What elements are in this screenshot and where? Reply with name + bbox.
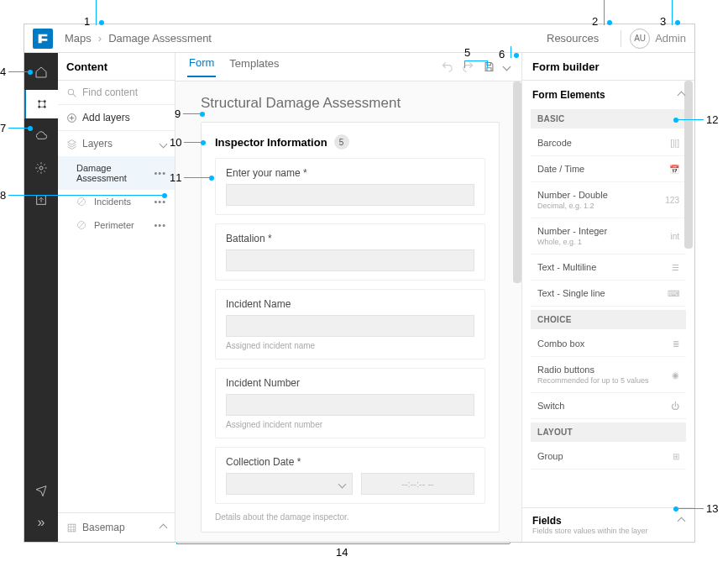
text-input[interactable] (226, 394, 474, 416)
chevron-up-icon (678, 517, 686, 526)
callout-14: 14 (336, 546, 348, 559)
nav-home[interactable] (24, 58, 58, 87)
svg-rect-13 (68, 524, 76, 532)
element-radio[interactable]: Radio buttonsRecommended for up to 5 val… (531, 357, 686, 393)
time-input[interactable]: --:--:-- -- (361, 473, 474, 495)
layer-more-button[interactable]: ••• (154, 220, 166, 230)
basemap-row[interactable]: Basemap (58, 512, 175, 542)
element-switch[interactable]: Switch⏻ (531, 393, 686, 419)
field-hint: Assigned incident name (226, 341, 474, 350)
scrollbar-thumb[interactable] (684, 81, 693, 249)
element-barcode[interactable]: Barcode[||] (531, 130, 686, 156)
number-icon: 123 (665, 196, 679, 205)
switch-icon: ⏻ (671, 401, 679, 411)
callout-8: 8 (0, 189, 6, 202)
disabled-icon (76, 197, 86, 207)
nav-content[interactable] (24, 90, 58, 118)
count-badge: 5 (334, 134, 349, 150)
nav-collapse[interactable]: » (24, 508, 58, 537)
layer-more-button[interactable]: ••• (154, 197, 166, 207)
layer-item-incidents[interactable]: Incidents ••• (58, 190, 175, 213)
layer-more-button[interactable]: ••• (154, 168, 166, 178)
search-placeholder: Find content (82, 87, 138, 98)
text-input[interactable] (226, 249, 474, 271)
form-group-inspector[interactable]: Inspector Information 5 Enter your name … (201, 122, 500, 533)
layers-header[interactable]: Layers (58, 131, 175, 156)
field-hint: Assigned incident number (226, 420, 474, 429)
save-dropdown-icon[interactable] (503, 63, 511, 71)
redo-icon[interactable] (462, 60, 474, 73)
disabled-icon (76, 220, 86, 230)
barcode-icon: [||] (670, 139, 679, 148)
chevron-up-icon (160, 523, 168, 532)
nav-share[interactable] (24, 186, 58, 214)
field-label: Collection Date * (226, 456, 474, 468)
form-field-collection-date[interactable]: Collection Date * --:--:-- -- (215, 447, 485, 504)
element-group[interactable]: Group⊞ (531, 443, 686, 470)
nav-offline[interactable] (24, 122, 58, 150)
callout-13: 13 (706, 502, 718, 515)
form-field-battalion[interactable]: Battalion * (215, 223, 485, 281)
calendar-icon: 📅 (669, 165, 679, 174)
app-logo[interactable] (33, 29, 53, 49)
resources-link[interactable]: Resources (547, 32, 599, 45)
search-row[interactable]: Find content (58, 81, 175, 105)
group-hint: Details about the damage inspector. (215, 512, 485, 522)
chevron-right-icon: › (98, 32, 102, 45)
form-scroll-area[interactable]: Structural Damage Assessment Inspector I… (175, 81, 521, 542)
form-builder-panel: Form builder Form Elements BASIC Barcode… (522, 53, 694, 542)
element-text-singleline[interactable]: Text - Single line⌨ (531, 281, 686, 307)
field-label: Incident Name (226, 298, 474, 310)
layer-name: Perimeter (94, 220, 134, 230)
multiline-icon: ☰ (672, 263, 679, 272)
form-field-name[interactable]: Enter your name * (215, 158, 485, 215)
form-field-incident-name[interactable]: Incident Name Assigned incident name (215, 289, 485, 359)
fields-section[interactable]: Fields Fields store values within the la… (522, 507, 694, 542)
text-input[interactable] (226, 184, 474, 206)
field-label: Incident Number (226, 377, 474, 389)
chevron-down-icon (338, 480, 347, 488)
fields-desc: Fields store values within the layer (532, 527, 648, 535)
basemap-icon (66, 522, 77, 533)
search-icon (66, 87, 77, 98)
svg-line-10 (79, 199, 84, 204)
element-number-double[interactable]: Number - DoubleDecimal, e.g. 1.2123 (531, 182, 686, 218)
topbar: Maps › Damage Assessment Resources AU Ad… (24, 24, 694, 53)
nav-rail: » (24, 53, 58, 542)
layer-name: Incidents (94, 197, 131, 207)
scrollbar-thumb[interactable] (513, 81, 521, 283)
add-layers-button[interactable]: Add layers (58, 105, 175, 131)
element-number-integer[interactable]: Number - IntegerWhole, e.g. 1int (531, 218, 686, 255)
text-input[interactable] (226, 315, 474, 337)
breadcrumb: Maps › Damage Assessment (65, 32, 547, 45)
undo-icon[interactable] (441, 60, 453, 73)
nav-feedback[interactable] (24, 476, 58, 505)
date-select[interactable] (226, 473, 353, 495)
element-text-multiline[interactable]: Text - Multiline☰ (531, 255, 686, 281)
integer-icon: int (670, 232, 679, 241)
add-layers-label: Add layers (82, 112, 130, 123)
layer-item-damage-assessment[interactable]: Damage Assessment ••• (58, 156, 175, 190)
tab-templates[interactable]: Templates (228, 57, 280, 76)
tab-form[interactable]: Form (187, 56, 216, 77)
form-elements-section[interactable]: Form Elements (531, 81, 686, 106)
avatar[interactable]: AU (630, 29, 650, 49)
group-icon: ⊞ (673, 452, 679, 461)
element-combo[interactable]: Combo box≣ (531, 331, 686, 357)
svg-line-7 (73, 94, 76, 97)
element-datetime[interactable]: Date / Time📅 (531, 156, 686, 182)
nav-settings[interactable] (24, 154, 58, 182)
category-basic: BASIC (531, 109, 686, 129)
breadcrumb-maps[interactable]: Maps (65, 32, 92, 45)
layers-icon (66, 139, 77, 150)
layer-item-perimeter[interactable]: Perimeter ••• (58, 213, 175, 237)
form-title[interactable]: Structural Damage Assessment (201, 95, 505, 112)
category-choice: CHOICE (531, 310, 686, 329)
callout-12: 12 (706, 113, 718, 126)
form-field-incident-number[interactable]: Incident Number Assigned incident number (215, 368, 485, 438)
combo-icon: ≣ (673, 339, 679, 349)
plus-circle-icon (66, 113, 77, 123)
chevron-down-icon (160, 139, 168, 148)
layer-name: Damage Assessment (76, 163, 154, 183)
save-icon[interactable] (483, 60, 495, 73)
